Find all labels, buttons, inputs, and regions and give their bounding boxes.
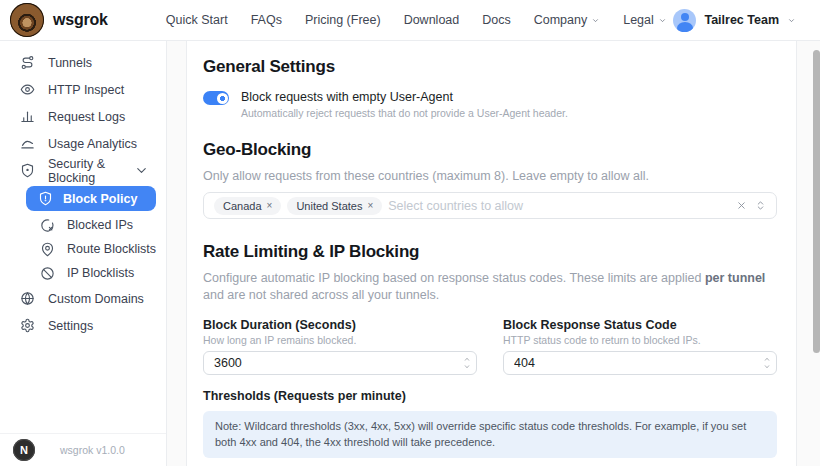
globe-icon: [20, 291, 35, 306]
top-header: wsgrok Quick Start FAQs Pricing (Free) D…: [0, 0, 820, 41]
nav-legal-menu[interactable]: Legal: [623, 13, 667, 27]
chevron-down-icon[interactable]: [763, 364, 771, 370]
empty-user-agent-toggle[interactable]: [203, 91, 229, 105]
chevron-down-icon: [134, 163, 149, 178]
number-stepper[interactable]: [763, 357, 771, 370]
sidebar-item-ip-blocklists[interactable]: IP Blocklists: [0, 261, 166, 285]
trend-chart-icon: [20, 136, 35, 151]
chevron-up-icon[interactable]: [463, 357, 471, 363]
sidebar: Tunnels HTTP Inspect Request Logs Usage …: [0, 41, 167, 466]
shield-alert-icon: [38, 191, 53, 206]
country-select-input[interactable]: Canada × United States ×: [203, 192, 777, 219]
nav-pricing[interactable]: Pricing (Free): [305, 13, 381, 27]
block-duration-help: How long an IP remains blocked.: [203, 334, 477, 346]
block-status-field: Block Response Status Code HTTP status c…: [503, 318, 777, 375]
ban-icon: [40, 266, 55, 281]
wildcard-note: Note: Wildcard thresholds (3xx, 4xx, 5xx…: [203, 411, 777, 458]
sidebar-item-security-blocking[interactable]: Security & Blocking: [0, 157, 166, 184]
main-area: General Settings Block requests with emp…: [167, 41, 820, 466]
geo-blocking-title: Geo-Blocking: [203, 140, 777, 160]
route-icon: [20, 55, 35, 70]
chevron-down-icon: [591, 16, 600, 25]
user-name: Tailrec Team: [704, 13, 779, 27]
rate-limiting-title: Rate Limiting & IP Blocking: [203, 242, 777, 262]
remove-chip-icon[interactable]: ×: [267, 200, 273, 211]
block-duration-label: Block Duration (Seconds): [203, 318, 477, 332]
clear-icon[interactable]: [736, 200, 747, 211]
wsgrok-logo-icon: [10, 3, 44, 37]
app-window: wsgrok Quick Start FAQs Pricing (Free) D…: [0, 0, 820, 466]
toggle-knob: [217, 93, 228, 104]
sidebar-item-route-blocklists[interactable]: Route Blocklists: [0, 237, 166, 261]
country-chip-canada[interactable]: Canada ×: [214, 197, 281, 215]
nextjs-badge[interactable]: N: [13, 439, 35, 461]
shield-icon: [20, 163, 35, 178]
sidebar-item-blocked-ips[interactable]: Blocked IPs: [0, 213, 166, 237]
geo-description: Only allow requests from these countries…: [203, 169, 777, 183]
block-status-label: Block Response Status Code: [503, 318, 777, 332]
remove-chip-icon[interactable]: ×: [367, 200, 373, 211]
sidebar-footer: N wsgrok v1.0.0: [0, 433, 166, 466]
thresholds-label: Thresholds (Requests per minute): [203, 389, 777, 403]
block-status-help: HTTP status code to return to blocked IP…: [503, 334, 777, 346]
scrollbar-thumb[interactable]: [813, 50, 820, 353]
sidebar-item-http-inspect[interactable]: HTTP Inspect: [0, 76, 166, 103]
nav-docs[interactable]: Docs: [482, 13, 510, 27]
chevron-up-icon[interactable]: [763, 357, 771, 363]
version-label: wsgrok v1.0.0: [60, 444, 125, 456]
country-search-input[interactable]: [388, 199, 730, 213]
block-duration-input[interactable]: [204, 356, 476, 370]
sidebar-item-settings[interactable]: Settings: [0, 312, 166, 339]
tag-input-controls: [736, 200, 766, 211]
sidebar-item-block-policy[interactable]: Block Policy: [26, 186, 156, 211]
eye-icon: [20, 82, 35, 97]
gear-icon: [20, 318, 35, 333]
toggle-label: Block requests with empty User-Agent: [241, 90, 568, 104]
brand-name: wsgrok: [53, 11, 108, 29]
content-card: General Settings Block requests with emp…: [186, 41, 797, 466]
sidebar-item-tunnels[interactable]: Tunnels: [0, 49, 166, 76]
user-block-icon: [40, 218, 55, 233]
chevron-down-icon: [658, 16, 667, 25]
top-nav: Quick Start FAQs Pricing (Free) Download…: [166, 13, 667, 27]
nav-company-menu[interactable]: Company: [534, 13, 601, 27]
nav-download[interactable]: Download: [404, 13, 460, 27]
country-chip-united-states[interactable]: United States ×: [287, 197, 382, 215]
sidebar-item-custom-domains[interactable]: Custom Domains: [0, 285, 166, 312]
sidebar-item-request-logs[interactable]: Request Logs: [0, 103, 166, 130]
chevron-down-icon: [787, 16, 796, 25]
number-stepper[interactable]: [463, 357, 471, 370]
toggle-row: Block requests with empty User-Agent Aut…: [203, 90, 777, 119]
toggle-help: Automatically reject requests that do no…: [241, 107, 568, 119]
general-settings-title: General Settings: [203, 57, 777, 77]
chevrons-up-down-icon[interactable]: [755, 200, 766, 211]
rate-description: Configure automatic IP blocking based on…: [203, 270, 777, 304]
user-menu[interactable]: Tailrec Team: [673, 9, 796, 32]
block-status-input[interactable]: [504, 356, 776, 370]
nav-faqs[interactable]: FAQs: [251, 13, 282, 27]
chevron-down-icon[interactable]: [463, 364, 471, 370]
avatar: [673, 9, 696, 32]
block-duration-field: Block Duration (Seconds) How long an IP …: [203, 318, 477, 375]
bar-chart-icon: [20, 109, 35, 124]
map-pin-icon: [40, 242, 55, 257]
sidebar-item-usage-analytics[interactable]: Usage Analytics: [0, 130, 166, 157]
nav-quick-start[interactable]: Quick Start: [166, 13, 228, 27]
